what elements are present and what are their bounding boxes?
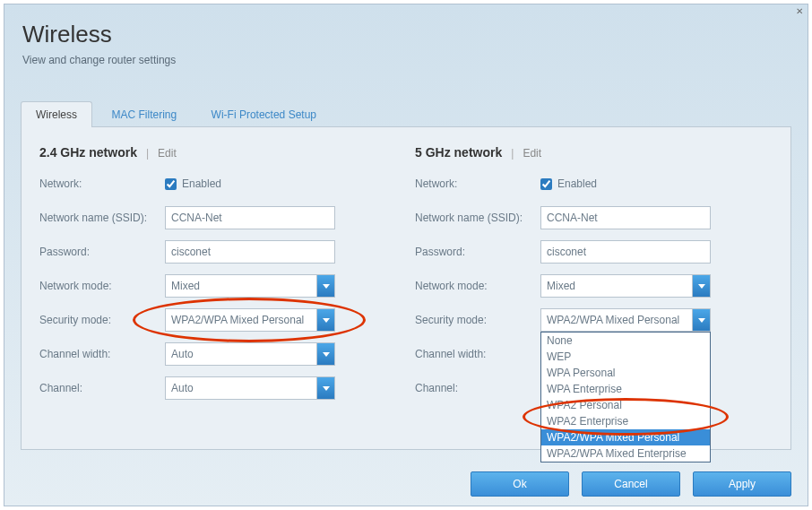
chevron-down-icon xyxy=(316,309,334,331)
security-dropdown-5: None WEP WPA Personal WPA Enterprise WPA… xyxy=(540,332,711,462)
chevron-down-icon xyxy=(692,275,710,297)
option-wpa-personal[interactable]: WPA Personal xyxy=(541,365,710,381)
label-width: Channel width: xyxy=(39,348,165,360)
wireless-dialog: ✕ Wireless View and change router settin… xyxy=(4,4,808,506)
page-title: Wireless xyxy=(22,21,790,48)
tab-wps[interactable]: Wi-Fi Protected Setup xyxy=(196,101,332,127)
enabled-checkbox-24[interactable] xyxy=(165,178,177,190)
chevron-down-icon xyxy=(316,343,334,365)
cancel-button[interactable]: Cancel xyxy=(582,471,680,497)
ok-button[interactable]: Ok xyxy=(471,471,569,497)
option-wpa-enterprise[interactable]: WPA Enterprise xyxy=(541,381,710,397)
tab-row: Wireless MAC Filtering Wi-Fi Protected S… xyxy=(21,100,791,127)
channel-select-24[interactable]: Auto xyxy=(165,376,335,400)
section-title-5: 5 GHz network xyxy=(415,145,502,160)
option-wpa2-enterprise[interactable]: WPA2 Enterprise xyxy=(541,413,710,429)
col-5ghz: 5 GHz network | Edit Network: Enabled Ne… xyxy=(415,145,773,431)
enabled-label: Enabled xyxy=(182,177,221,190)
settings-panel: 2.4 GHz network | Edit Network: Enabled … xyxy=(21,127,791,450)
apply-button[interactable]: Apply xyxy=(693,471,791,497)
mode-select-24[interactable]: Mixed xyxy=(165,274,335,298)
section-title-24: 2.4 GHz network xyxy=(39,145,137,160)
password-input-5[interactable] xyxy=(540,240,711,264)
label-channel: Channel: xyxy=(39,382,165,394)
dialog-footer: Ok Cancel Apply xyxy=(471,471,791,497)
page-subtitle: View and change router settings xyxy=(22,54,790,66)
label-password: Password: xyxy=(39,246,165,258)
password-input-24[interactable] xyxy=(165,240,335,264)
chevron-down-icon xyxy=(316,275,334,297)
label-ssid: Network name (SSID): xyxy=(39,212,165,224)
option-wep[interactable]: WEP xyxy=(541,349,710,365)
chevron-down-icon xyxy=(692,309,710,331)
option-wpa2-wpa-mixed-enterprise[interactable]: WPA2/WPA Mixed Enterprise xyxy=(541,445,710,462)
chevron-down-icon xyxy=(316,377,334,399)
option-none[interactable]: None xyxy=(541,333,710,349)
option-wpa2-wpa-mixed-personal[interactable]: WPA2/WPA Mixed Personal xyxy=(541,429,710,445)
label-network: Network: xyxy=(39,177,165,190)
tab-mac-filtering[interactable]: MAC Filtering xyxy=(96,101,192,127)
ssid-input-24[interactable] xyxy=(165,206,335,229)
enabled-checkbox-5[interactable] xyxy=(540,178,552,190)
col-24ghz: 2.4 GHz network | Edit Network: Enabled … xyxy=(39,145,397,431)
option-wpa2-personal[interactable]: WPA2 Personal xyxy=(541,397,710,413)
dialog-header: Wireless View and change router settings xyxy=(4,4,808,77)
edit-link-5[interactable]: Edit xyxy=(523,147,541,160)
edit-link-24[interactable]: Edit xyxy=(158,147,177,160)
mode-select-5[interactable]: Mixed xyxy=(540,274,711,298)
security-select-24[interactable]: WPA2/WPA Mixed Personal xyxy=(165,308,335,332)
width-select-24[interactable]: Auto xyxy=(165,342,335,366)
close-icon[interactable]: ✕ xyxy=(793,6,806,19)
tab-wireless[interactable]: Wireless xyxy=(21,101,92,127)
label-mode: Network mode: xyxy=(39,280,165,292)
security-select-5[interactable]: WPA2/WPA Mixed Personal xyxy=(540,308,711,332)
ssid-input-5[interactable] xyxy=(540,206,711,229)
label-security: Security mode: xyxy=(39,314,165,326)
